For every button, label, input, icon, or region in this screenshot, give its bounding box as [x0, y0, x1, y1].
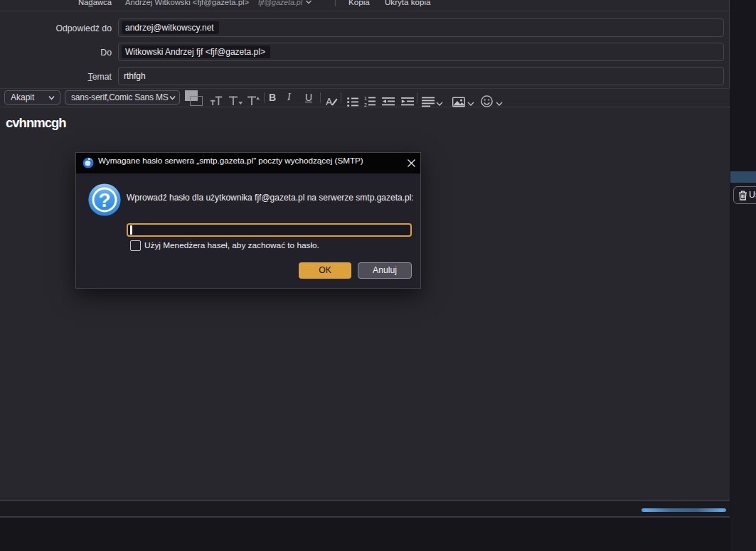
svg-text:?: ?	[98, 189, 110, 211]
svg-text:2: 2	[364, 102, 367, 107]
svg-text:1: 1	[364, 96, 367, 101]
svg-text:A: A	[326, 96, 333, 107]
